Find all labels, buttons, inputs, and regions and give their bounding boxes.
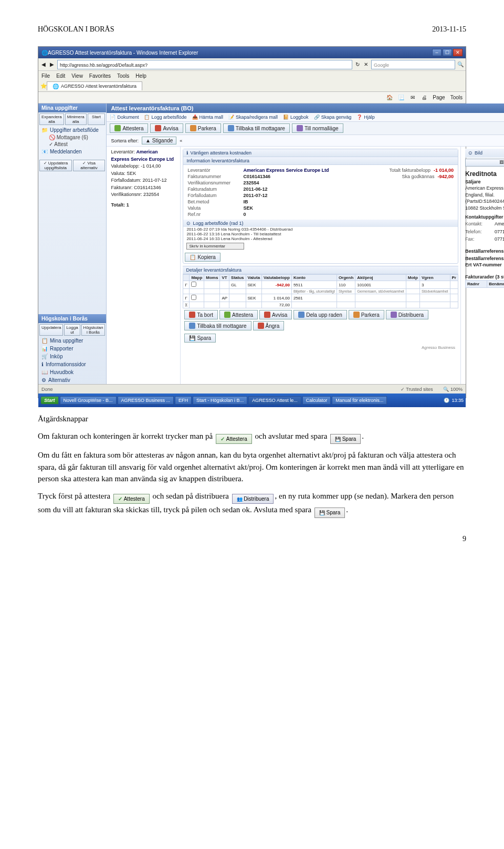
search-icon[interactable]: 🔍 — [457, 61, 464, 68]
sort-stigande[interactable]: ▲ Stigande — [142, 137, 176, 144]
action-parkera[interactable]: Parkera — [185, 123, 221, 133]
tool-hamta[interactable]: 📥 Hämta mall — [192, 115, 224, 120]
task-item[interactable]: Novell GroupWise - B... — [60, 396, 117, 405]
window-close-button[interactable]: ✕ — [453, 49, 463, 56]
nav-info[interactable]: ℹ Informationssidor — [38, 360, 106, 368]
page-icon: 🌐 — [52, 83, 59, 89]
invoice-summary: Leverantör: American Express Service Eur… — [107, 147, 180, 384]
sidebar: Mina uppgifter Expandera alla Minimera a… — [38, 103, 107, 384]
log-head[interactable]: ⊙ Logg arbetsflöde (rad 1) — [183, 220, 458, 227]
forward-icon[interactable]: ▶ — [49, 61, 55, 68]
taskbar: Start Novell GroupWise - B... AGRESSO Bu… — [38, 394, 466, 407]
print-icon[interactable]: 🖨 — [421, 95, 427, 101]
trusted-sites: ✓ Trusted sites — [401, 387, 433, 392]
comment-input[interactable]: Skriv in kommentar — [186, 243, 244, 250]
action-tillbaka[interactable]: Tillbaka till mottagare — [223, 123, 290, 133]
nav-mina[interactable]: 📋 Mina uppgifter — [38, 337, 106, 345]
sort-label: Sortera efter: — [111, 138, 139, 143]
tree-mottagare[interactable]: 🚫 Mottagare (6) — [38, 134, 106, 141]
paragraph: Om du fått en faktura som bör attesteras… — [38, 449, 466, 485]
action-avvisa[interactable]: Avvisa — [150, 123, 183, 133]
open-image-button[interactable]: 🖼 Öppna — [465, 159, 504, 167]
back-icon[interactable]: ◀ — [40, 61, 47, 68]
row-parkera[interactable]: Parkera — [349, 310, 384, 319]
window-min-button[interactable]: – — [432, 49, 442, 56]
browser-tab[interactable]: 🌐 AGRESSO Attest leverantörsfaktura — [47, 81, 142, 90]
doc-header-left: HÖGSKOLAN I BORÅS — [38, 25, 114, 34]
nav-inkop[interactable]: 🛒 Inköp — [38, 353, 106, 360]
action-attestera[interactable]: Attestera — [110, 123, 148, 133]
tool-dokument[interactable]: 📄 Dokument — [110, 115, 139, 120]
tool-skapa-mall[interactable]: 📝 Skapa/redigera mall — [228, 115, 278, 120]
zoom-level[interactable]: 🔍 100% — [443, 387, 463, 392]
tool-loggbok[interactable]: 📔 Loggbok — [283, 115, 309, 120]
page-number: 9 — [38, 535, 466, 543]
bot-hb[interactable]: Högskolan i Borås — [81, 324, 106, 336]
action-normallage[interactable]: Till normalläge — [292, 123, 343, 133]
table-row[interactable]: ΓGLSEK-942,0055111101010013 — [183, 281, 458, 289]
task-item[interactable]: Calculator — [302, 396, 331, 405]
row-undo[interactable]: Ångra — [253, 321, 285, 330]
menu-view[interactable]: View — [71, 73, 83, 79]
task-item[interactable]: Start - Högskolan i B... — [193, 396, 247, 405]
row-distribuera[interactable]: Distribuera — [386, 310, 428, 319]
copy-button[interactable]: 📋 Kopiera — [185, 253, 220, 262]
start-button[interactable]: Start — [88, 113, 106, 125]
toolbar-page[interactable]: Page — [433, 95, 445, 100]
tree-root[interactable]: 📁 Uppgifter arbetsflöde — [38, 126, 106, 134]
tree-meddelanden[interactable]: 📧 Meddelanden — [38, 148, 106, 156]
inline-attestera-button: Attestera — [216, 434, 252, 444]
stop-icon[interactable]: ✕ — [363, 61, 369, 68]
task-item[interactable]: AGRESSO Business ... — [118, 396, 174, 405]
expand-all-button[interactable]: Expandera alla — [39, 113, 64, 125]
menu-tools[interactable]: Tools — [117, 73, 129, 79]
task-item-active[interactable]: AGRESSO Attest le... — [248, 396, 301, 405]
favorites-star-icon[interactable]: ⭐ — [40, 83, 47, 89]
tool-genvag[interactable]: 🔗 Skapa genväg — [314, 115, 352, 120]
home-icon[interactable]: 🏠 — [386, 95, 393, 101]
refresh-tasks-button[interactable]: ✓ Uppdatera uppgiftslista — [39, 160, 72, 171]
feeds-icon[interactable]: 📃 — [398, 95, 404, 101]
row-checkbox[interactable] — [191, 282, 196, 287]
show-alt-button[interactable]: ✓ Visa alternativ — [73, 160, 106, 171]
sort-collapse-icon[interactable]: « — [180, 138, 182, 143]
address-bar[interactable]: http://agresso.hb.se/agprod/Default.aspx… — [57, 60, 352, 69]
content-area: Attest leverantörsfaktura (BO) 📄 Dokumen… — [107, 103, 504, 384]
row-delete[interactable]: Ta bort — [184, 310, 218, 319]
paragraph: Om fakturan och konteringen är korrekt t… — [38, 430, 466, 444]
nav-alt[interactable]: ⚙ Alternativ — [38, 376, 106, 384]
toolbar-tools[interactable]: Tools — [450, 95, 463, 100]
row-attestera[interactable]: Attestera — [219, 310, 258, 319]
table-row[interactable]: ΓAPSEK1 014,002581 — [183, 294, 458, 302]
save-button[interactable]: 💾 Spara — [184, 334, 216, 343]
row-checkbox[interactable] — [191, 295, 196, 300]
tool-logg[interactable]: 📋 Logg arbetsflöde — [144, 115, 186, 120]
tool-help[interactable]: ❓ Hjälp — [356, 115, 375, 120]
row-split[interactable]: Dela upp raden — [293, 310, 346, 319]
window-max-button[interactable]: ☐ — [443, 49, 452, 56]
details-table: MappMomsVTStatusValutaValutabeloppKontoO… — [183, 274, 458, 308]
bild-head[interactable]: ⊙ Bild — [465, 149, 504, 158]
task-item[interactable]: EFH — [175, 396, 192, 405]
bot-uppdatera[interactable]: Uppdatera — [39, 324, 63, 336]
search-box[interactable]: Google — [371, 60, 455, 69]
info-title: Information leverantörsfaktura — [183, 157, 458, 165]
task-item[interactable]: Manual för elektronis... — [332, 396, 387, 405]
row-avvisa[interactable]: Avvisa — [259, 310, 292, 319]
refresh-icon[interactable]: ↻ — [354, 61, 361, 68]
mail-icon[interactable]: ✉ — [410, 95, 416, 101]
row-tillbaka[interactable]: Tillbaka till mottagare — [184, 321, 251, 330]
bot-logout[interactable]: Logga ut — [64, 324, 80, 336]
nav-rapporter[interactable]: 📊 Rapporter — [38, 345, 106, 353]
collapse-all-button[interactable]: Minimera alla — [65, 113, 87, 125]
nav-huvudbok[interactable]: 📖 Huvudbok — [38, 368, 106, 376]
menu-help[interactable]: Help — [135, 73, 146, 79]
inline-spara-button: Spara — [330, 434, 361, 444]
menu-favorites[interactable]: Favorites — [89, 73, 111, 79]
menu-file[interactable]: File — [41, 73, 50, 79]
start-menu-button[interactable]: Start — [40, 396, 59, 405]
menu-edit[interactable]: Edit — [56, 73, 65, 79]
tree-attest[interactable]: ✓ Attest — [38, 141, 106, 148]
section-heading: Åtgärdsknappar — [38, 413, 466, 425]
status-left: Done — [41, 387, 53, 392]
